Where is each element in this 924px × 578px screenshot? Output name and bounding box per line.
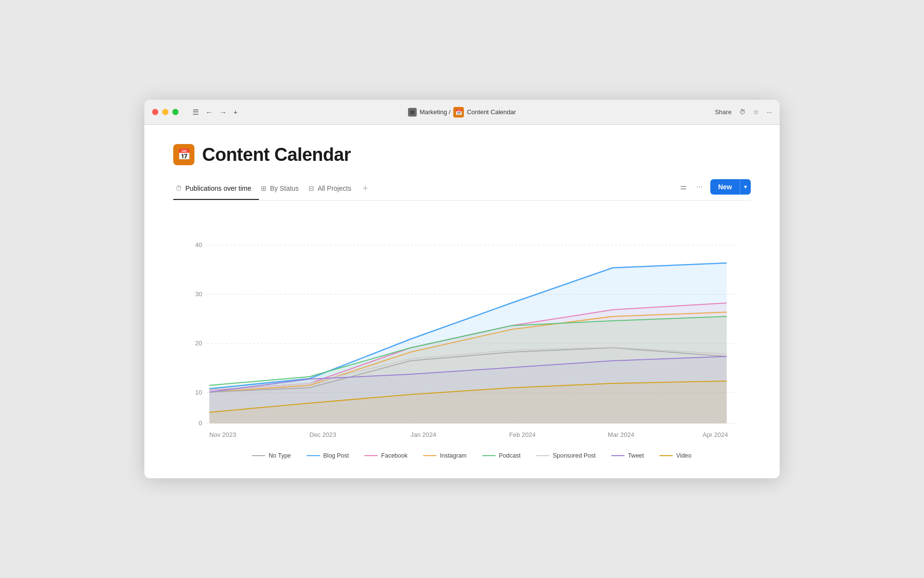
back-button[interactable]: ← [203, 107, 215, 117]
breadcrumb-calendar[interactable]: Content Calendar [467, 108, 516, 116]
page-title: Content Calendar [202, 144, 351, 165]
tab-publications-label: Publications over time [185, 184, 251, 192]
legend-facebook-line [364, 455, 378, 456]
legend-sponsored-post-label: Sponsored Post [553, 452, 596, 459]
legend-no-type: No Type [252, 452, 291, 459]
legend-video: Video [659, 452, 692, 459]
svg-text:20: 20 [195, 340, 202, 347]
tab-by-status[interactable]: ⊞ By Status [259, 180, 307, 200]
svg-text:Dec 2023: Dec 2023 [309, 431, 336, 438]
legend-podcast: Podcast [482, 452, 521, 459]
legend-sponsored-post-line [536, 455, 550, 456]
tab-by-status-label: By Status [270, 184, 299, 192]
svg-text:10: 10 [195, 389, 202, 396]
tab-all-projects-icon: ⊟ [308, 184, 314, 192]
legend-no-type-line [252, 455, 265, 456]
legend-tweet: Tweet [611, 452, 644, 459]
svg-text:Jan 2024: Jan 2024 [411, 431, 436, 438]
app-window: ☰ ← → + ▦ Marketing / 📅 Content Calendar… [144, 100, 780, 478]
chart-svg: 40 30 20 10 0 Nov 2023 Dec 2023 Jan 2024… [173, 221, 751, 445]
history-icon[interactable]: ⏱ [739, 108, 745, 116]
filter-button[interactable]: ⚌ [678, 180, 689, 193]
page-content: 📅 Content Calendar ⏱ Publications over t… [144, 125, 780, 478]
legend-instagram-label: Instagram [440, 452, 467, 459]
tabs-bar: ⏱ Publications over time ⊞ By Status ⊟ A… [173, 179, 751, 201]
legend-tweet-label: Tweet [628, 452, 644, 459]
new-button[interactable]: New [710, 179, 740, 195]
nav-buttons: ☰ ← → + [190, 107, 240, 118]
titlebar: ☰ ← → + ▦ Marketing / 📅 Content Calendar… [144, 100, 780, 125]
tab-publications[interactable]: ⏱ Publications over time [173, 180, 259, 200]
more-options-icon[interactable]: ··· [767, 108, 772, 116]
breadcrumb-title: ▦ Marketing / 📅 Content Calendar [408, 107, 516, 118]
star-icon[interactable]: ☆ [753, 108, 759, 116]
tab-all-projects-label: All Projects [318, 184, 351, 192]
legend-instagram: Instagram [423, 452, 467, 459]
sidebar-toggle-button[interactable]: ☰ [190, 107, 201, 118]
legend-sponsored-post: Sponsored Post [536, 452, 596, 459]
maximize-button[interactable] [172, 109, 179, 115]
page-title-icon: 📅 [173, 144, 194, 165]
svg-text:40: 40 [195, 241, 202, 249]
minimize-button[interactable] [162, 109, 168, 115]
titlebar-actions: Share ⏱ ☆ ··· [715, 108, 772, 116]
legend-video-label: Video [676, 452, 692, 459]
legend-instagram-line [423, 455, 436, 456]
legend-no-type-label: No Type [269, 452, 291, 459]
tabs-actions: ⚌ ··· New ▾ [678, 179, 751, 200]
svg-text:30: 30 [195, 290, 202, 298]
legend-podcast-label: Podcast [499, 452, 521, 459]
page-header: 📅 Content Calendar [173, 144, 751, 165]
tab-publications-icon: ⏱ [175, 184, 182, 192]
legend-blog-post-label: Blog Post [323, 452, 349, 459]
share-button[interactable]: Share [715, 108, 732, 116]
legend-blog-post: Blog Post [307, 452, 349, 459]
legend-podcast-line [482, 455, 496, 456]
new-button-caret[interactable]: ▾ [740, 179, 751, 195]
svg-text:0: 0 [199, 420, 202, 427]
legend-facebook-label: Facebook [381, 452, 408, 459]
svg-text:Mar 2024: Mar 2024 [608, 431, 634, 438]
legend-video-line [659, 455, 673, 456]
breadcrumb-marketing[interactable]: Marketing / [420, 108, 450, 116]
close-button[interactable] [152, 109, 158, 115]
add-page-button[interactable]: + [231, 107, 240, 117]
traffic-lights [152, 109, 179, 115]
breadcrumb-marketing-icon: ▦ [408, 108, 417, 117]
svg-text:Nov 2023: Nov 2023 [209, 431, 236, 438]
svg-text:Apr 2024: Apr 2024 [703, 431, 728, 438]
forward-button[interactable]: → [217, 107, 229, 117]
tab-by-status-icon: ⊞ [261, 184, 267, 192]
legend-facebook: Facebook [364, 452, 408, 459]
add-tab-button[interactable]: + [359, 179, 372, 200]
new-button-group: New ▾ [710, 179, 751, 195]
legend-tweet-line [611, 455, 625, 456]
chart-container: 40 30 20 10 0 Nov 2023 Dec 2023 Jan 2024… [173, 216, 751, 459]
legend-blog-post-line [307, 455, 320, 456]
more-tab-options-button[interactable]: ··· [694, 181, 705, 193]
chart-legend: No Type Blog Post Facebook Instagram Pod… [173, 452, 751, 459]
svg-text:Feb 2024: Feb 2024 [509, 431, 536, 438]
tab-all-projects[interactable]: ⊟ All Projects [307, 180, 359, 200]
breadcrumb-calendar-icon: 📅 [453, 107, 464, 118]
